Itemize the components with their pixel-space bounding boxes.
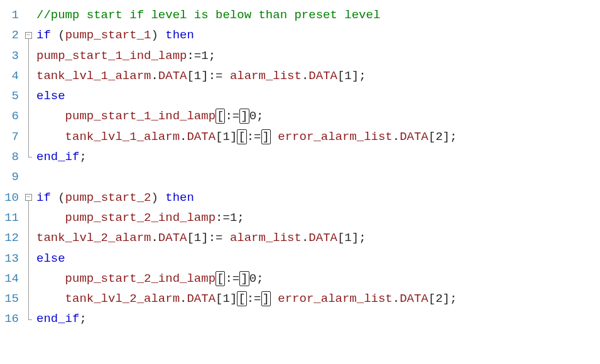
token: 1 [222, 292, 229, 306]
token: := [209, 69, 230, 83]
code-line[interactable]: if (pump_start_1) then [36, 25, 600, 45]
line-number: 12 [0, 228, 19, 248]
token: 2 [435, 292, 442, 306]
token: ] [261, 291, 271, 306]
token: pump_start_1_ind_lamp [36, 49, 187, 63]
token: ; [79, 312, 86, 326]
token: [ [215, 130, 222, 144]
token: ( [51, 28, 65, 42]
token: ) [151, 191, 165, 205]
line-number: 3 [0, 46, 19, 66]
fold-cell[interactable]: − [23, 188, 34, 208]
token: 1 [201, 49, 208, 63]
code-area[interactable]: //pump start if level is below than pres… [34, 5, 600, 329]
token: tank_lvl_2_alarm [65, 292, 180, 306]
token: ] [230, 292, 237, 306]
code-line[interactable]: tank_lvl_1_alarm.DATA[1]:= alarm_list.DA… [36, 66, 600, 86]
token: ] [201, 69, 208, 83]
token: . [393, 292, 400, 306]
token: ] [230, 130, 237, 144]
token: ; [237, 211, 244, 225]
token: ; [450, 292, 457, 306]
token: else [36, 252, 65, 265]
code-line[interactable]: //pump start if level is below than pres… [36, 5, 600, 25]
token: := [225, 272, 239, 286]
token: := [187, 49, 201, 63]
token: . [302, 231, 308, 245]
token: ] [352, 69, 359, 83]
code-line[interactable]: else [36, 249, 600, 269]
token: alarm_list [230, 231, 302, 245]
token: [ [337, 231, 344, 245]
token: [ [428, 292, 435, 306]
line-number: 5 [0, 86, 19, 106]
code-line[interactable]: end_if; [36, 309, 600, 329]
token: DATA [187, 292, 215, 306]
code-line[interactable] [36, 167, 600, 187]
token: [ [337, 69, 344, 83]
fold-cell [23, 249, 34, 269]
token: . [302, 69, 308, 83]
line-number: 4 [0, 66, 19, 86]
fold-cell [23, 309, 34, 329]
code-line[interactable]: pump_start_1_ind_lamp:=1; [36, 46, 600, 66]
code-line[interactable]: tank_lvl_2_alarm.DATA[1][:=] error_alarm… [36, 289, 600, 309]
token: ] [443, 130, 450, 144]
token: . [180, 130, 187, 144]
code-line[interactable]: pump_start_1_ind_lamp[:=]0; [36, 106, 600, 126]
fold-cell [23, 167, 34, 187]
token: pump_start_1_ind_lamp [65, 109, 215, 123]
token: . [151, 69, 158, 83]
fold-cell [23, 127, 34, 147]
fold-toggle-icon[interactable]: − [25, 32, 32, 39]
fold-cell [23, 66, 34, 86]
code-editor[interactable]: 12345678910111213141516 −− //pump start … [0, 5, 600, 329]
fold-cell [23, 147, 34, 167]
code-line[interactable]: pump_start_2_ind_lamp[:=]0; [36, 269, 600, 289]
fold-cell [23, 269, 34, 289]
token: DATA [308, 231, 337, 245]
token [271, 130, 278, 144]
token: [ [187, 231, 194, 245]
code-line[interactable]: else [36, 86, 600, 106]
code-line[interactable]: pump_start_2_ind_lamp:=1; [36, 208, 600, 228]
token: 1 [344, 69, 351, 83]
token: ; [209, 49, 215, 63]
fold-column[interactable]: −− [23, 5, 34, 329]
token: ] [239, 271, 249, 286]
fold-cell[interactable]: − [23, 25, 34, 45]
token: 2 [435, 130, 442, 144]
code-line[interactable]: tank_lvl_2_alarm.DATA[1]:= alarm_list.DA… [36, 228, 600, 248]
code-line[interactable]: end_if; [36, 147, 600, 167]
token: ; [79, 150, 86, 164]
token: := [225, 109, 239, 123]
token: pump_start_2_ind_lamp [65, 272, 215, 286]
token: 1 [344, 231, 351, 245]
token: ) [151, 28, 165, 42]
line-number: 6 [0, 106, 19, 126]
token: tank_lvl_1_alarm [65, 130, 180, 144]
line-number: 14 [0, 269, 19, 289]
fold-toggle-icon[interactable]: − [25, 194, 32, 201]
fold-cell [23, 106, 34, 126]
token: 0 [249, 109, 256, 123]
line-number: 7 [0, 127, 19, 147]
token: if [36, 191, 51, 205]
token: end_if [36, 150, 79, 164]
line-number: 8 [0, 147, 19, 167]
line-number-gutter: 12345678910111213141516 [0, 5, 23, 329]
token: ] [261, 129, 271, 144]
token: . [393, 130, 400, 144]
token: ; [359, 69, 366, 83]
token: [ [237, 291, 246, 306]
token: DATA [400, 130, 428, 144]
token: := [209, 231, 230, 245]
token: 1 [194, 231, 201, 245]
token: 0 [249, 272, 256, 286]
code-line[interactable]: tank_lvl_1_alarm.DATA[1][:=] error_alarm… [36, 127, 600, 147]
token: pump_start_2 [65, 191, 151, 205]
fold-cell [23, 289, 34, 309]
token: then [165, 28, 194, 42]
token: [ [215, 292, 222, 306]
code-line[interactable]: if (pump_start_2) then [36, 188, 600, 208]
